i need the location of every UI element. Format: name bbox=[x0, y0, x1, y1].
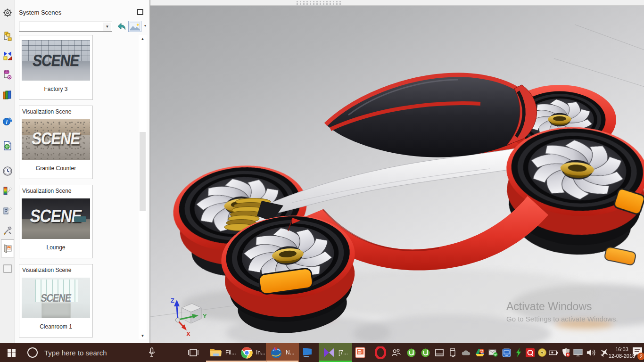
taskbar-app-computer[interactable] bbox=[297, 343, 318, 362]
reuse-library-icon[interactable] bbox=[1, 89, 14, 101]
combo-dropdown-arrow-icon[interactable]: ▼ bbox=[103, 23, 111, 31]
toolbar-dock-strip bbox=[150, 0, 644, 6]
scene-card-header: Visualization Scene bbox=[19, 106, 92, 119]
taskbar-app-powerpoint[interactable] bbox=[350, 343, 371, 362]
scene-thumbnail-factory-3: SCENE bbox=[22, 40, 90, 81]
hover-car-3d-model[interactable]: Z Y X bbox=[150, 6, 644, 343]
task-view-button[interactable] bbox=[188, 347, 199, 360]
start-button[interactable] bbox=[0, 343, 23, 362]
right-lower-indicator-panel bbox=[604, 247, 636, 266]
tray-drive-sync-icon[interactable] bbox=[475, 348, 485, 357]
app-label: Fil... bbox=[225, 349, 236, 356]
scene-card-granite-counter[interactable]: Visualization Scene SCENE Granite Counte… bbox=[19, 106, 93, 179]
scene-list: SCENE Factory 3 Visualization Scene SCEN… bbox=[15, 35, 139, 340]
app-label: N... bbox=[286, 349, 295, 356]
powerpoint-icon bbox=[354, 346, 366, 359]
app-label: In... bbox=[256, 349, 265, 356]
notification-badge: 2 bbox=[637, 353, 644, 360]
internet-navigator-icon[interactable]: i bbox=[1, 115, 14, 127]
scene-card-header: Visualization Scene bbox=[19, 264, 92, 278]
scrollbar-thumb[interactable] bbox=[140, 132, 146, 211]
assembly-navigator-icon[interactable] bbox=[1, 30, 14, 42]
scene-thumbnail-cleanroom-1: SCENE bbox=[22, 278, 90, 318]
taskbar-app-kmplayer[interactable]: [7... bbox=[319, 343, 352, 362]
scene-thumbnail-lounge: SCENE bbox=[22, 198, 90, 239]
scene-list-scrollbar[interactable]: ▲ ▼ bbox=[139, 35, 147, 339]
tray-onedrive-icon[interactable] bbox=[461, 348, 471, 357]
kmplayer-icon bbox=[323, 347, 335, 358]
scene-label: Lounge bbox=[19, 239, 92, 258]
tools-icon[interactable] bbox=[1, 224, 14, 237]
toolbar-grip-icon[interactable] bbox=[297, 1, 341, 2]
scene-thumbnail-granite-counter: SCENE bbox=[22, 119, 90, 160]
tray-battery-icon[interactable] bbox=[549, 348, 558, 357]
taskbar-app-chrome[interactable]: In... bbox=[237, 343, 270, 362]
canopy bbox=[326, 75, 537, 157]
graphics-viewport[interactable]: Z Y X Activate Windows Go to Settings to… bbox=[150, 0, 644, 343]
tray-volume-icon[interactable] bbox=[586, 348, 596, 357]
tray-utorrent-icon-2[interactable] bbox=[421, 348, 430, 357]
taskbar-app-file-explorer[interactable]: Fil... bbox=[206, 343, 240, 362]
opera-icon bbox=[375, 346, 386, 359]
roles-gear-icon[interactable] bbox=[1, 7, 14, 19]
system-scenes-palette-icon[interactable] bbox=[1, 239, 14, 257]
scene-label: Cleanroom 1 bbox=[19, 318, 92, 337]
scene-card-factory-3[interactable]: SCENE Factory 3 bbox=[19, 35, 93, 100]
tray-utorrent-icon[interactable] bbox=[406, 348, 416, 357]
tray-pc-app-icon[interactable] bbox=[502, 348, 511, 357]
reset-scene-button[interactable] bbox=[116, 21, 127, 32]
tray-disc-icon[interactable] bbox=[537, 348, 547, 357]
windows-taskbar: Fil... In... N... [7... bbox=[0, 343, 644, 362]
tray-mail-check-icon[interactable] bbox=[488, 348, 498, 357]
system-scenes-panel: System Scenes ▼ ▼ SCENE Factory 3 Visual… bbox=[15, 0, 150, 343]
app-label: [7... bbox=[339, 349, 348, 356]
tray-defender-icon[interactable] bbox=[561, 348, 570, 357]
application-window: i System Scenes ▼ bbox=[0, 0, 644, 362]
part-navigator-icon[interactable] bbox=[1, 68, 14, 81]
scene-word: SCENE bbox=[22, 206, 90, 226]
tray-window-icon[interactable] bbox=[435, 348, 444, 357]
web-page-icon[interactable] bbox=[1, 140, 14, 152]
empty-palette-icon[interactable] bbox=[1, 263, 14, 275]
scene-editor-icon[interactable] bbox=[1, 204, 14, 216]
tray-quickheal-icon[interactable] bbox=[525, 348, 535, 357]
triad-z-label: Z bbox=[171, 297, 174, 304]
panel-undock-button[interactable] bbox=[137, 9, 143, 15]
history-icon[interactable] bbox=[1, 165, 14, 177]
chrome-icon bbox=[241, 347, 253, 359]
return-arrow-icon bbox=[116, 22, 127, 32]
materials-icon[interactable] bbox=[1, 185, 14, 197]
constraint-navigator-icon[interactable] bbox=[1, 49, 14, 62]
scroll-up-arrow-icon[interactable]: ▲ bbox=[139, 35, 147, 42]
toolbar-grip-icon[interactable] bbox=[297, 3, 341, 5]
notification-center-button[interactable]: 2 bbox=[632, 347, 644, 358]
scene-word: SCENE bbox=[22, 292, 90, 304]
cortana-icon[interactable] bbox=[27, 347, 38, 358]
tray-usb-icon[interactable] bbox=[448, 348, 457, 357]
search-input[interactable] bbox=[44, 349, 148, 357]
scene-card-lounge[interactable]: Visualization Scene SCENE Lounge bbox=[19, 185, 93, 258]
white-body-band bbox=[269, 146, 538, 213]
taskbar-search[interactable] bbox=[23, 343, 185, 362]
tray-lightning-icon[interactable] bbox=[514, 348, 523, 357]
file-explorer-icon bbox=[210, 347, 222, 358]
taskbar-app-opera[interactable] bbox=[371, 343, 390, 362]
taskbar-app-nx-active[interactable]: N... bbox=[266, 343, 299, 362]
right-fan-pod[interactable] bbox=[500, 123, 644, 266]
tray-people-icon[interactable] bbox=[391, 348, 401, 357]
scene-word: SCENE bbox=[22, 51, 90, 69]
tray-display-icon[interactable] bbox=[573, 348, 583, 357]
triad-y-label: Y bbox=[203, 313, 207, 320]
scene-image-button[interactable] bbox=[128, 21, 141, 32]
nx-icon bbox=[270, 346, 282, 359]
monitor-icon bbox=[301, 347, 314, 358]
scene-label: Granite Counter bbox=[19, 160, 92, 179]
scene-card-header: Visualization Scene bbox=[19, 185, 92, 198]
scene-card-cleanroom-1[interactable]: Visualization Scene SCENE Cleanroom 1 bbox=[19, 264, 93, 337]
panel-title: System Scenes bbox=[19, 9, 61, 16]
scroll-down-arrow-icon[interactable]: ▼ bbox=[139, 332, 147, 339]
scene-filter-combobox[interactable]: ▼ bbox=[19, 22, 112, 32]
image-button-caret-icon[interactable]: ▼ bbox=[144, 24, 147, 27]
windows-logo-icon bbox=[8, 349, 16, 357]
microphone-icon[interactable] bbox=[148, 347, 156, 360]
